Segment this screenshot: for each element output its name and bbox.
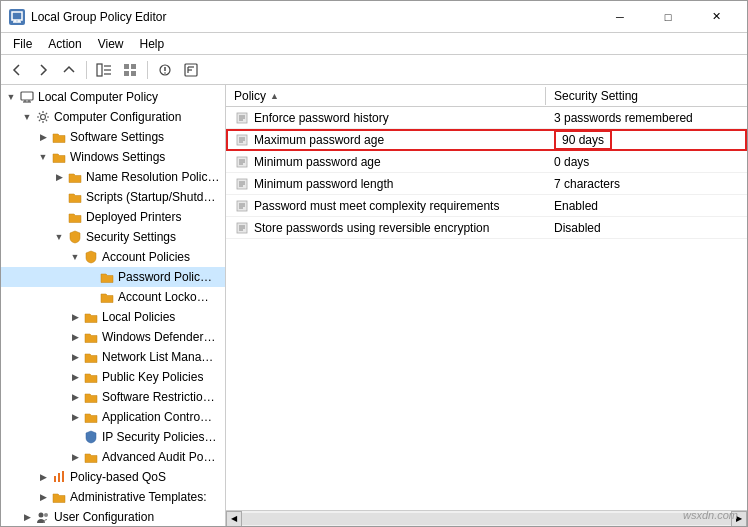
policy-row-max-password-age[interactable]: Maximum password age 90 days [226,129,747,151]
policy-setting-text-5: Enabled [554,199,598,213]
folder-icon-defender [83,329,99,345]
expand-icon-name-res[interactable]: ▶ [51,169,67,185]
tree-item-scripts[interactable]: ▶ Scripts (Startup/Shutdo… [1,187,225,207]
properties-button[interactable] [153,59,177,81]
main-window: Local Group Policy Editor ─ □ ✕ File Act… [0,0,748,527]
svg-point-28 [44,513,48,517]
svg-rect-11 [131,71,136,76]
chart-icon-qos [51,469,67,485]
window-controls: ─ □ ✕ [597,7,739,27]
tree-item-ip-security[interactable]: ▶ IP Security Policies… [1,427,225,447]
show-hide-tree-button[interactable] [92,59,116,81]
expand-icon-computer[interactable]: ▼ [19,109,35,125]
header-policy[interactable]: Policy ▲ [226,87,546,105]
folder-icon-windows [51,149,67,165]
tree-item-admin-templates[interactable]: ▶ Administrative Templates: [1,487,225,507]
policy-row-enforce-history[interactable]: Enforce password history 3 passwords rem… [226,107,747,129]
expand-icon-qos[interactable]: ▶ [35,469,51,485]
folder-icon-scripts [67,189,83,205]
menu-view[interactable]: View [90,35,132,53]
toolbar-separator [86,61,87,79]
policy-icon-4 [234,176,250,192]
tree-item-deployed-printers[interactable]: ▶ Deployed Printers [1,207,225,227]
policy-name-min-age: Minimum password age [226,152,546,172]
policy-row-reversible[interactable]: Store passwords using reversible encrypt… [226,217,747,239]
expand-icon-account[interactable]: ▼ [67,249,83,265]
svg-point-14 [164,72,166,74]
icon-view-button[interactable] [118,59,142,81]
tree-item-security-settings[interactable]: ▼ Security Settings [1,227,225,247]
tree-item-windows-settings[interactable]: ▼ Windows Settings [1,147,225,167]
policy-row-min-password-length[interactable]: Minimum password length 7 characters [226,173,747,195]
users-icon [35,509,51,525]
header-setting[interactable]: Security Setting [546,87,747,105]
tree-item-software-restriction[interactable]: ▶ Software Restrictio… [1,387,225,407]
expand-icon-network[interactable]: ▶ [67,349,83,365]
tree-label-software-settings: Software Settings [70,130,164,144]
tree-item-application-control[interactable]: ▶ Application Contro… [1,407,225,427]
help-button[interactable] [179,59,203,81]
tree-label-windows-settings: Windows Settings [70,150,165,164]
tree-item-local-policies[interactable]: ▶ Local Policies [1,307,225,327]
tree-panel[interactable]: ▼ Local Computer Policy ▼ [1,85,226,526]
tree-label-account-lockout: Account Locko… [118,290,209,304]
policy-row-complexity[interactable]: Password must meet complexity requiremen… [226,195,747,217]
policy-row-min-password-age[interactable]: Minimum password age 0 days [226,151,747,173]
tree-label-user-config: User Configuration [54,510,154,524]
title-bar: Local Group Policy Editor ─ □ ✕ [1,1,747,33]
svg-rect-25 [58,473,60,482]
tree-label-software-restriction: Software Restrictio… [102,390,215,404]
tree-item-user-config[interactable]: ▶ User Configuration [1,507,225,526]
tree-item-network-list[interactable]: ▶ Network List Mana… [1,347,225,367]
menu-help[interactable]: Help [132,35,173,53]
scroll-left[interactable]: ◀ [226,511,242,527]
watermark: wsxdn.com [683,509,738,521]
shield-icon-account [83,249,99,265]
tree-item-policy-based-qos[interactable]: ▶ Policy-based QoS [1,467,225,487]
tree-item-password-policy[interactable]: ▶ Password Polic… [1,267,225,287]
tree-item-advanced-audit[interactable]: ▶ Advanced Audit Po… [1,447,225,467]
minimize-button[interactable]: ─ [597,7,643,27]
expand-icon-software[interactable]: ▶ [35,129,51,145]
policy-setting-text-4: 7 characters [554,177,620,191]
monitor-icon [19,89,35,105]
expand-icon-defender[interactable]: ▶ [67,329,83,345]
expand-icon-app-control[interactable]: ▶ [67,409,83,425]
expand-icon-local[interactable]: ▶ [67,309,83,325]
menu-action[interactable]: Action [40,35,89,53]
main-content: ▼ Local Computer Policy ▼ [1,85,747,526]
expand-icon-security[interactable]: ▼ [51,229,67,245]
header-policy-label: Policy [234,89,266,103]
policy-icon-6 [234,220,250,236]
close-button[interactable]: ✕ [693,7,739,27]
expand-icon-soft-restrict[interactable]: ▶ [67,389,83,405]
menu-file[interactable]: File [5,35,40,53]
expand-icon-public-key[interactable]: ▶ [67,369,83,385]
policy-table[interactable]: Policy ▲ Security Setting [226,85,747,510]
folder-icon-app-control [83,409,99,425]
shield-icon-security [67,229,83,245]
back-button[interactable] [5,59,29,81]
tree-item-software-settings[interactable]: ▶ Software Settings [1,127,225,147]
tree-item-account-lockout[interactable]: ▶ Account Locko… [1,287,225,307]
shield-icon-ip [83,429,99,445]
expand-icon-admin[interactable]: ▶ [35,489,51,505]
tree-item-account-policies[interactable]: ▼ Account Policies [1,247,225,267]
up-button[interactable] [57,59,81,81]
maximize-button[interactable]: □ [645,7,691,27]
sort-arrow: ▲ [270,91,279,101]
expand-icon-adv-audit[interactable]: ▶ [67,449,83,465]
tree-item-local-computer-policy[interactable]: ▼ Local Computer Policy [1,87,225,107]
expand-icon-user[interactable]: ▶ [19,509,35,525]
tree-item-computer-config[interactable]: ▼ Computer Configuration [1,107,225,127]
policy-name-enforce-history: Enforce password history [226,108,546,128]
expand-icon[interactable]: ▼ [3,89,19,105]
tree-item-name-resolution[interactable]: ▶ Name Resolution Polic… [1,167,225,187]
tree-label-network-list: Network List Mana… [102,350,213,364]
tree-item-windows-defender[interactable]: ▶ Windows Defender… [1,327,225,347]
tree-item-public-key[interactable]: ▶ Public Key Policies [1,367,225,387]
forward-button[interactable] [31,59,55,81]
expand-icon-windows[interactable]: ▼ [35,149,51,165]
gear-icon [35,109,51,125]
scroll-track[interactable] [242,513,731,525]
